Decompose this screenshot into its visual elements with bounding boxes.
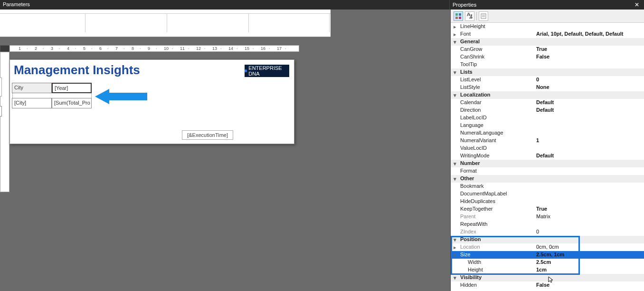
property-value[interactable]: True <box>535 46 644 53</box>
property-row[interactable]: DirectionDefault <box>451 107 644 114</box>
property-row[interactable]: NumeralVariant1 <box>451 137 644 145</box>
property-row[interactable]: Language <box>451 122 644 129</box>
property-value[interactable]: Default <box>535 152 644 160</box>
expand-toggle[interactable]: ▾ <box>451 91 459 99</box>
matrix-table[interactable]: City [Year] [City] [Sum(Total_Pro <box>12 83 93 108</box>
property-value[interactable] <box>535 61 644 68</box>
expand-toggle[interactable]: ▾ <box>451 274 459 281</box>
param-cell[interactable] <box>249 14 330 32</box>
row-handle[interactable] <box>0 106 2 116</box>
property-row[interactable]: NumeralLanguage <box>451 129 644 137</box>
parameters-area[interactable] <box>0 10 331 37</box>
property-value[interactable] <box>535 198 644 205</box>
property-value[interactable]: Arial, 10pt, Default, Default, Default <box>535 30 644 38</box>
property-value[interactable] <box>535 145 644 152</box>
ruler-minor-tick: · <box>188 46 189 51</box>
property-row[interactable]: ListStyleNone <box>451 84 644 91</box>
expand-toggle[interactable]: ▸ <box>451 30 459 38</box>
property-row[interactable]: ParentMatrix <box>451 213 644 221</box>
property-row[interactable]: KeepTogetherTrue <box>451 205 644 213</box>
matrix-cell-sum[interactable]: [Sum(Total_Pro <box>52 98 92 108</box>
matrix-cell-city[interactable]: [City] <box>12 98 52 108</box>
property-row[interactable]: ListLevel0 <box>451 76 644 84</box>
categorized-view-button[interactable] <box>454 11 463 21</box>
property-row[interactable]: WritingModeDefault <box>451 152 644 160</box>
matrix-header-year-selected[interactable]: [Year] <box>52 83 92 93</box>
property-value[interactable]: Matrix <box>535 213 644 221</box>
property-name: Parent <box>459 213 535 221</box>
property-value[interactable] <box>535 167 644 175</box>
property-value[interactable] <box>535 221 644 228</box>
design-surface[interactable]: 1·2·3·4·5·6·7·8·9·10·11·12·13·14·15·16·1… <box>0 45 449 291</box>
property-row[interactable]: ValueLocID <box>451 145 644 152</box>
parameters-panel-title: Parameters <box>0 0 449 10</box>
property-row[interactable]: ▸LineHeight <box>451 23 644 30</box>
property-value[interactable] <box>535 190 644 198</box>
property-value[interactable]: 0 <box>535 76 644 84</box>
property-category[interactable]: ▾Lists <box>451 68 644 76</box>
property-category[interactable]: ▾Position <box>451 236 644 243</box>
logo-badge[interactable]: ENTERPRISE DNA <box>245 65 289 77</box>
close-icon[interactable]: ✕ <box>633 1 641 8</box>
alphabetical-view-button[interactable]: AZ <box>465 11 474 21</box>
expand-toggle <box>451 266 459 274</box>
property-value[interactable] <box>535 122 644 129</box>
property-row[interactable]: RepeatWith <box>451 221 644 228</box>
property-value[interactable]: Default <box>535 99 644 107</box>
property-row[interactable]: Height1cm <box>451 266 644 274</box>
properties-grid[interactable]: ▸LineHeight▸FontArial, 10pt, Default, De… <box>451 23 644 289</box>
param-cell[interactable] <box>167 14 249 32</box>
expand-toggle[interactable]: ▾ <box>451 175 459 183</box>
property-value[interactable] <box>535 23 644 30</box>
property-row[interactable]: ▾Size2.5cm, 1cm <box>451 251 644 259</box>
property-row[interactable]: CalendarDefault <box>451 99 644 107</box>
property-value[interactable]: 0cm, 0cm <box>535 243 644 251</box>
property-category[interactable]: ▾General <box>451 38 644 46</box>
property-row[interactable]: CanGrowTrue <box>451 46 644 53</box>
property-row[interactable]: Format <box>451 167 644 175</box>
property-pages-button[interactable] <box>479 11 488 21</box>
property-category[interactable]: ▾Localization <box>451 91 644 99</box>
property-value[interactable]: 1 <box>535 137 644 145</box>
property-row[interactable]: Bookmark <box>451 183 644 190</box>
property-name: Font <box>459 30 535 38</box>
expand-toggle[interactable]: ▾ <box>451 236 459 243</box>
param-cell[interactable] <box>85 14 167 32</box>
property-value[interactable]: 0 <box>535 228 644 236</box>
property-row[interactable]: LabelLocID <box>451 114 644 122</box>
report-canvas[interactable]: Management Insights ENTERPRISE DNA City … <box>9 59 294 144</box>
execution-time-textbox[interactable]: [&ExecutionTime] <box>182 130 233 140</box>
property-value[interactable]: 1cm <box>535 266 644 274</box>
property-value[interactable]: True <box>535 205 644 213</box>
property-row[interactable]: CanShrinkFalse <box>451 53 644 61</box>
expand-toggle[interactable]: ▾ <box>451 251 459 259</box>
property-value[interactable]: 2.5cm, 1cm <box>535 251 644 259</box>
property-value[interactable]: 2.5cm <box>535 259 644 266</box>
property-value[interactable]: Default <box>535 107 644 114</box>
ruler-minor-tick: · <box>172 46 173 51</box>
property-value[interactable] <box>535 183 644 190</box>
property-row[interactable]: HideDuplicates <box>451 198 644 205</box>
property-row[interactable]: ToolTip <box>451 61 644 68</box>
row-handle[interactable] <box>0 78 2 97</box>
matrix-header-city[interactable]: City <box>12 83 52 93</box>
property-name: Visibility <box>459 274 535 281</box>
property-category[interactable]: ▾Number <box>451 160 644 167</box>
expand-toggle[interactable]: ▾ <box>451 38 459 46</box>
expand-toggle[interactable]: ▸ <box>451 23 459 30</box>
property-row[interactable]: ZIndex0 <box>451 228 644 236</box>
expand-toggle[interactable]: ▸ <box>451 243 459 251</box>
property-row[interactable]: DocumentMapLabel <box>451 190 644 198</box>
property-row[interactable]: ▸Location0cm, 0cm <box>451 243 644 251</box>
property-value[interactable] <box>535 114 644 122</box>
property-value[interactable] <box>535 129 644 137</box>
property-category[interactable]: ▾Other <box>451 175 644 183</box>
property-value[interactable]: None <box>535 84 644 91</box>
expand-toggle[interactable]: ▾ <box>451 160 459 167</box>
property-row[interactable]: Width2.5cm <box>451 259 644 266</box>
property-value[interactable]: False <box>535 53 644 61</box>
property-name: ListStyle <box>459 84 535 91</box>
expand-toggle[interactable]: ▾ <box>451 68 459 76</box>
property-row[interactable]: ▸FontArial, 10pt, Default, Default, Defa… <box>451 30 644 38</box>
param-cell[interactable] <box>0 14 85 32</box>
